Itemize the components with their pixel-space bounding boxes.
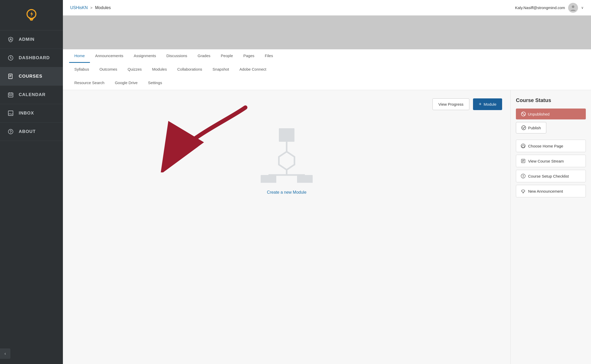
avatar	[568, 3, 578, 13]
breadcrumb-current-page: Modules	[95, 5, 111, 10]
breadcrumb-separator: >	[90, 6, 93, 10]
sidebar-item-admin-label: ADMIN	[19, 37, 35, 42]
modules-area: View Progress + Module	[63, 90, 510, 364]
sidebar-item-about[interactable]: ABOUT	[0, 123, 63, 141]
nav-row-3: Resource Search Google Drive Settings	[69, 76, 585, 90]
svg-rect-15	[9, 95, 10, 96]
sidebar-logo	[0, 0, 63, 30]
breadcrumb: USHisKN > Modules	[70, 5, 111, 10]
tab-google-drive[interactable]: Google Drive	[110, 76, 143, 90]
sidebar-item-inbox-label: INBOX	[19, 111, 34, 116]
view-stream-label: View Course Stream	[528, 159, 564, 163]
course-status-title: Course Status	[516, 97, 586, 103]
action-buttons: Choose Home Page View Course Stream	[516, 140, 586, 197]
sidebar-item-admin[interactable]: ADMIN	[0, 30, 63, 49]
sidebar-item-dashboard-label: DASHBOARD	[19, 55, 50, 60]
sidebar-item-calendar-label: CALENDAR	[19, 92, 45, 97]
main-content: USHisKN > Modules Kaly.Nasiff@strongmind…	[63, 0, 591, 364]
tab-outcomes[interactable]: Outcomes	[94, 63, 122, 76]
inbox-icon	[7, 110, 14, 117]
svg-rect-7	[9, 74, 12, 79]
tab-files[interactable]: Files	[260, 49, 278, 63]
publish-button[interactable]: Publish	[516, 122, 546, 133]
add-module-button[interactable]: + Module	[473, 98, 502, 110]
unpublished-button[interactable]: Unpublished	[516, 109, 586, 119]
user-menu[interactable]: Kaly.Nasiff@strongmind.com ∨	[515, 3, 584, 13]
tab-grades[interactable]: Grades	[192, 49, 215, 63]
sidebar-item-inbox[interactable]: INBOX	[0, 104, 63, 123]
svg-point-21	[8, 129, 13, 134]
tab-quizzes[interactable]: Quizzes	[122, 63, 147, 76]
checklist-icon	[521, 174, 526, 178]
svg-rect-30	[261, 175, 276, 183]
choose-home-page-button[interactable]: Choose Home Page	[516, 140, 586, 152]
sidebar-item-calendar[interactable]: CALENDAR	[0, 86, 63, 104]
tab-pages[interactable]: Pages	[238, 49, 260, 63]
sidebar: ADMIN DASHBOARD	[0, 0, 63, 364]
tab-announcements[interactable]: Announcements	[90, 49, 128, 63]
modules-empty-icon	[253, 126, 320, 183]
view-course-stream-button[interactable]: View Course Stream	[516, 155, 586, 167]
add-module-label: Module	[484, 102, 496, 106]
tab-people[interactable]: People	[216, 49, 238, 63]
svg-rect-16	[10, 95, 11, 96]
sidebar-navigation: ADMIN DASHBOARD	[0, 30, 63, 364]
question-icon	[7, 128, 14, 135]
content-area: Home Announcements Assignments Discussio…	[63, 49, 591, 364]
body-container: View Progress + Module	[63, 90, 591, 364]
unpublished-icon	[521, 112, 526, 116]
sidebar-item-dashboard[interactable]: DASHBOARD	[0, 49, 63, 67]
announcement-icon	[521, 189, 526, 193]
unpublished-label: Unpublished	[528, 112, 549, 116]
svg-point-23	[572, 5, 574, 8]
course-navigation: Home Announcements Assignments Discussio…	[63, 49, 591, 90]
svg-marker-27	[279, 152, 294, 170]
tab-modules[interactable]: Modules	[147, 63, 172, 76]
calendar-icon	[7, 91, 14, 98]
setup-checklist-label: Course Setup Checklist	[528, 174, 569, 178]
sidebar-item-courses[interactable]: COURSES	[0, 67, 63, 86]
svg-rect-17	[11, 95, 12, 96]
tab-resource-search[interactable]: Resource Search	[69, 76, 110, 90]
sidebar-collapse-button[interactable]: ‹	[0, 348, 10, 359]
book-icon	[7, 73, 14, 80]
stream-icon	[521, 159, 526, 163]
tab-collaborations[interactable]: Collaborations	[172, 63, 207, 76]
course-status-panel: Course Status Unpublished	[510, 90, 591, 364]
svg-point-22	[10, 133, 11, 133]
user-chevron-icon: ∨	[581, 6, 584, 10]
nav-row-1: Home Announcements Assignments Discussio…	[69, 49, 585, 63]
modules-toolbar: View Progress + Module	[71, 98, 502, 110]
svg-rect-31	[297, 175, 313, 183]
chevron-left-icon: ‹	[4, 351, 6, 356]
svg-point-36	[522, 126, 526, 130]
tab-settings[interactable]: Settings	[143, 76, 167, 90]
tab-home[interactable]: Home	[69, 49, 90, 63]
tab-adobe-connect[interactable]: Adobe Connect	[234, 63, 271, 76]
home-icon	[521, 144, 526, 148]
svg-rect-25	[279, 128, 294, 142]
topbar: USHisKN > Modules Kaly.Nasiff@strongmind…	[63, 0, 591, 16]
svg-line-35	[522, 113, 525, 115]
course-setup-checklist-button[interactable]: Course Setup Checklist	[516, 170, 586, 182]
sidebar-item-about-label: ABOUT	[19, 129, 36, 134]
svg-rect-18	[8, 111, 13, 116]
nav-row-2: Syllabus Outcomes Quizzes Modules Collab…	[69, 63, 585, 76]
new-announcement-button[interactable]: New Announcement	[516, 185, 586, 197]
course-banner	[63, 16, 591, 49]
new-announcement-label: New Announcement	[528, 189, 563, 193]
status-buttons: Unpublished Publish	[516, 109, 586, 133]
tab-assignments[interactable]: Assignments	[128, 49, 161, 63]
publish-label: Publish	[528, 126, 541, 130]
empty-modules: Create a new Module	[71, 126, 502, 195]
breadcrumb-course-link[interactable]: USHisKN	[70, 5, 88, 10]
user-email: Kaly.Nasiff@strongmind.com	[515, 5, 565, 10]
svg-point-6	[10, 58, 11, 58]
publish-icon	[521, 125, 526, 130]
tab-syllabus[interactable]: Syllabus	[69, 63, 94, 76]
create-module-link[interactable]: Create a new Module	[267, 190, 306, 195]
tab-snapshot[interactable]: Snapshot	[207, 63, 234, 76]
tab-discussions[interactable]: Discussions	[161, 49, 192, 63]
shield-icon	[7, 36, 14, 43]
view-progress-button[interactable]: View Progress	[432, 98, 469, 110]
